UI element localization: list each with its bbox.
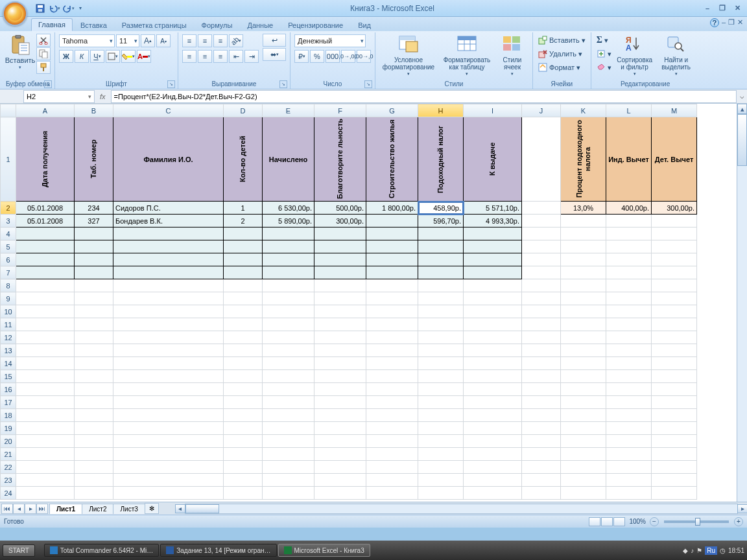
col-header-G[interactable]: G [366,104,418,117]
tray-icon[interactable]: ◆ [683,547,688,554]
name-box[interactable]: H2 [23,90,95,103]
select-all-cell[interactable] [1,104,16,117]
cell[interactable] [464,228,522,240]
cell[interactable] [606,396,652,409]
cell[interactable] [606,331,652,344]
row-header-18[interactable]: 18 [1,409,16,422]
cell[interactable] [418,448,464,461]
cell[interactable] [464,487,522,500]
cell[interactable] [224,461,263,474]
cell[interactable] [263,228,314,240]
header-cell[interactable]: Начислено [263,117,314,202]
header-cell[interactable]: Благотворите льность [314,117,366,202]
cell[interactable] [522,305,561,318]
help-icon[interactable]: ? [710,18,719,27]
cell[interactable] [314,305,366,318]
mdi-close-button[interactable]: ✕ [737,18,743,27]
row-header-17[interactable]: 17 [1,396,16,409]
cell[interactable] [652,292,697,305]
row-header-21[interactable]: 21 [1,448,16,461]
cell[interactable] [522,344,561,357]
cell[interactable] [561,409,606,422]
cell[interactable] [652,396,697,409]
row-header-12[interactable]: 12 [1,331,16,344]
cell[interactable] [418,435,464,448]
cell[interactable] [522,357,561,370]
cell[interactable] [113,266,224,279]
tab-view[interactable]: Вид [351,19,378,31]
zoom-level[interactable]: 100% [629,518,646,525]
cell[interactable] [263,266,314,279]
cell[interactable] [652,370,697,383]
header-cell[interactable]: Кол-во детей [224,117,263,202]
taskbar-item[interactable]: Microsoft Excel - Книга3 [278,544,370,557]
cell[interactable] [224,370,263,383]
sheet-tab[interactable]: Лист2 [82,504,113,514]
cell[interactable] [75,228,113,240]
cell[interactable] [263,240,314,253]
cell[interactable] [224,253,263,266]
cell[interactable] [16,435,75,448]
cell[interactable] [314,357,366,370]
row-header-7[interactable]: 7 [1,266,16,279]
cell[interactable] [75,422,113,435]
grow-font-button[interactable]: A▴ [141,34,155,47]
cell[interactable] [366,357,418,370]
row-header-5[interactable]: 5 [1,240,16,253]
cell[interactable] [75,487,113,500]
cell[interactable] [652,487,697,500]
cell-C2[interactable]: Сидоров П.С. [113,202,224,215]
cell[interactable] [75,331,113,344]
cell[interactable] [314,370,366,383]
row-header-8[interactable]: 8 [1,279,16,292]
cell[interactable] [418,461,464,474]
cell[interactable] [366,409,418,422]
cell[interactable] [263,318,314,331]
cell[interactable] [314,474,366,487]
cell[interactable] [75,461,113,474]
cell[interactable] [263,422,314,435]
cell[interactable] [522,215,561,228]
cell[interactable] [113,253,224,266]
cell-M2[interactable]: 300,00р. [652,202,697,215]
paste-button[interactable]: Вставить ▾ [5,34,35,71]
increase-decimal-button[interactable]: ,0→,00 [341,50,355,63]
cell[interactable] [652,318,697,331]
cell[interactable] [522,117,561,202]
cell[interactable] [652,331,697,344]
align-bottom-button[interactable]: ≡ [213,34,228,47]
cell[interactable] [652,461,697,474]
cell-I3[interactable]: 4 993,30р. [464,215,522,228]
col-header-H[interactable]: H [418,104,464,117]
cell[interactable] [606,357,652,370]
number-format[interactable]: Денежный [294,34,366,47]
cell[interactable] [224,292,263,305]
cell[interactable] [314,318,366,331]
header-cell[interactable]: Фамилия И.О. [113,117,224,202]
cell[interactable] [464,396,522,409]
header-cell[interactable]: Таб. номер [75,117,113,202]
cell[interactable] [366,435,418,448]
align-top-button[interactable]: ≡ [182,34,196,47]
cell[interactable] [522,448,561,461]
header-cell[interactable]: Дет. Вычет [652,117,697,202]
cell[interactable] [263,344,314,357]
cell-F3[interactable]: 300,00р. [314,215,366,228]
cell[interactable] [113,396,224,409]
cell[interactable] [464,292,522,305]
row-header-11[interactable]: 11 [1,318,16,331]
cell[interactable] [606,292,652,305]
cell[interactable] [464,448,522,461]
cell[interactable] [418,318,464,331]
cell[interactable] [113,435,224,448]
cell[interactable] [652,240,697,253]
cell[interactable] [224,279,263,292]
spreadsheet-grid[interactable]: ABCDEFGHIJKLM1Дата полученияТаб. номерФа… [0,104,747,528]
cell[interactable] [16,253,75,266]
cell[interactable] [561,266,606,279]
office-button[interactable] [3,1,27,26]
cell[interactable] [224,487,263,500]
cell[interactable] [606,461,652,474]
scroll-right-icon[interactable]: ▸ [737,504,747,513]
clear-button[interactable]: ▾ [595,61,613,74]
